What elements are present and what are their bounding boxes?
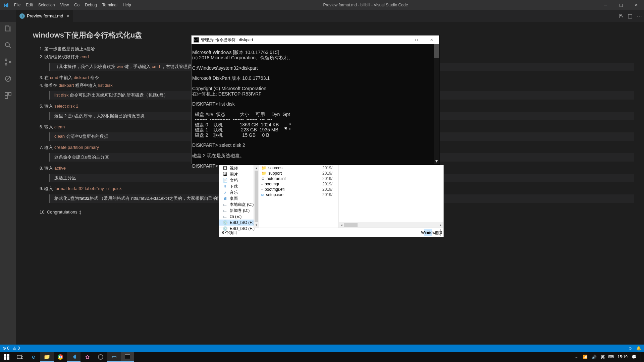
tray-overflow-icon[interactable]: ︿ [575,354,579,360]
titlebar: File Edit Selection View Go Debug Termin… [0,0,644,10]
svg-point-2 [5,59,7,61]
tree-music[interactable]: ♪音乐 [219,189,259,195]
maximize-button[interactable]: ▢ [613,0,629,10]
explorer-file-list[interactable]: 📁sources2019/ 📁support2019/ ⚙autorun.inf… [259,165,338,228]
split-editor-icon[interactable]: ◫ [628,13,633,19]
menubar: File Edit Selection View Go Debug Termin… [12,1,133,9]
file-explorer-window[interactable]: 🎞视频 🖼图片 📄文档 ⬇下载 ♪音乐 🖥桌面 🖴本地磁盘 (C:) 🖴新加卷 … [219,165,444,237]
tab-close-icon[interactable]: × [65,13,69,19]
cmd-scrollbar[interactable] [434,44,439,164]
minimize-button[interactable]: ─ [598,0,613,10]
svg-rect-13 [4,357,6,360]
detail-hscroll[interactable]: ◂ ▸ [339,222,443,228]
activitybar [0,22,16,355]
svg-rect-11 [4,354,6,357]
tray-ime[interactable]: 英 [601,354,605,360]
tree-documents[interactable]: 📄文档 [219,177,259,183]
menu-go[interactable]: Go [72,1,82,9]
tree-pictures[interactable]: 🖼图片 [219,171,259,177]
explorer-preview-pane: ◂ ▸ [338,165,443,228]
cmd-body[interactable]: Microsoft Windows [版本 10.0.17763.615] (c… [192,44,439,164]
extensions-icon[interactable] [4,92,12,101]
menu-view[interactable]: View [58,1,71,9]
tray-action-center-icon[interactable]: 💬 [632,355,637,359]
file-setup[interactable]: ⧉setup.exe2019/ [259,192,338,197]
tray-keyboard-icon[interactable]: ⌨ [609,355,613,359]
status-errors[interactable]: ⊘ 0 [3,346,9,351]
svg-point-3 [5,64,7,65]
tree-scroll-up-icon[interactable]: ▴ [254,165,259,171]
explorer-nav-tree[interactable]: 🎞视频 🖼图片 📄文档 ⬇下载 ♪音乐 🖥桌面 🖴本地磁盘 (C:) 🖴新加卷 … [219,165,259,228]
taskbar-obs[interactable] [94,352,107,362]
cmd-titlebar[interactable]: C:\ 管理员: 命令提示符 - diskpart ─ □ ✕ [192,36,439,44]
open-preview-icon[interactable]: ⇱ [619,13,624,19]
taskbar-chrome[interactable] [54,352,67,362]
explorer-icon[interactable] [4,24,12,34]
menu-edit[interactable]: Edit [23,1,35,9]
menu-help[interactable]: Help [120,1,133,9]
cmd-scrollbar-thumb[interactable] [434,44,439,58]
tray-volume-icon[interactable]: 🔊 [592,355,597,359]
menu-terminal[interactable]: Terminal [100,1,120,9]
tree-scroll-thumb[interactable] [255,171,258,222]
hscroll-left-icon[interactable]: ◂ [339,222,344,228]
svg-line-6 [6,77,10,80]
status-warnings[interactable]: ⚠ 0 [13,346,20,351]
close-button[interactable]: ✕ [629,0,644,10]
file-autorun[interactable]: ⚙autorun.inf2019/ [259,176,338,181]
taskbar-cmd[interactable] [121,352,134,362]
tree-desktop[interactable]: 🖥桌面 [219,195,259,201]
taskbar-file-explorer[interactable]: 📁 [40,352,54,362]
cmd-maximize-button[interactable]: □ [409,36,424,44]
tab-preview-format[interactable]: i Preview format.md × [16,10,73,22]
svg-rect-12 [7,354,9,357]
taskbar-edge[interactable]: e [27,352,40,362]
tree-videos[interactable]: 🎞视频 [219,165,259,171]
search-icon[interactable] [4,41,12,51]
svg-point-0 [5,43,9,47]
vscode-logo-icon [0,2,12,8]
cmd-scroll-down-icon[interactable]: ▾ [434,159,439,164]
file-bootmgr-efi[interactable]: ▫bootmgr.efi2019/ [259,187,338,192]
start-button[interactable] [0,352,13,362]
tray-network-icon[interactable]: 📶 [583,355,588,359]
taskview-button[interactable] [13,352,27,362]
source-control-icon[interactable] [4,58,12,67]
feedback-icon[interactable]: ☺ [628,346,632,351]
hscroll-thumb[interactable] [344,223,358,227]
menu-selection[interactable]: Selection [36,1,57,9]
svg-point-4 [9,61,11,63]
taskbar-vscode[interactable] [67,352,80,362]
show-desktop-button[interactable] [641,352,643,362]
file-support[interactable]: 📁support2019/ [259,171,338,176]
tree-drive-f[interactable]: 💿ESD_ISO (F:) [219,220,259,226]
hscroll-right-icon[interactable]: ▸ [438,222,443,228]
explorer-item-count: 8 个项目 [222,230,237,236]
explorer-brand: Windows (0 [421,230,442,235]
cmd-title: 管理员: 命令提示符 - diskpart [201,37,253,43]
svg-rect-16 [21,355,23,356]
cmd-window[interactable]: C:\ 管理员: 命令提示符 - diskpart ─ □ ✕ Microsof… [191,35,439,164]
window-title: Preview format.md - bilibili - Visual St… [133,3,598,7]
debug-icon[interactable] [4,75,12,84]
explorer-statusbar: 8 个项目 ☰ ▦ Windows (0 [219,228,443,237]
tree-scrollbar[interactable]: ▴ ▾ [254,165,259,228]
more-actions-icon[interactable]: ⋯ [637,13,642,19]
tree-scroll-down-icon[interactable]: ▾ [254,222,259,228]
tree-drive-d[interactable]: 🖴新加卷 (D:) [219,207,259,214]
tree-drive-e[interactable]: 🖴zn (E:) [219,214,259,220]
cmd-close-button[interactable]: ✕ [424,36,439,44]
cmd-icon: C:\ [194,37,199,43]
svg-rect-14 [7,357,9,360]
menu-debug[interactable]: Debug [83,1,99,9]
tree-drive-c[interactable]: 🖴本地磁盘 (C:) [219,201,259,207]
taskbar-app-2[interactable]: ▭ [107,352,121,362]
taskbar-app-1[interactable]: ✿ [80,352,94,362]
cmd-minimize-button[interactable]: ─ [394,36,409,44]
notifications-icon[interactable]: 🔔 [636,346,641,351]
file-bootmgr[interactable]: ▫bootmgr2019/ [259,181,338,187]
tree-downloads[interactable]: ⬇下载 [219,183,259,189]
file-sources[interactable]: 📁sources2019/ [259,165,338,171]
menu-file[interactable]: File [12,1,23,9]
tray-clock[interactable]: 15:19 [618,355,628,359]
